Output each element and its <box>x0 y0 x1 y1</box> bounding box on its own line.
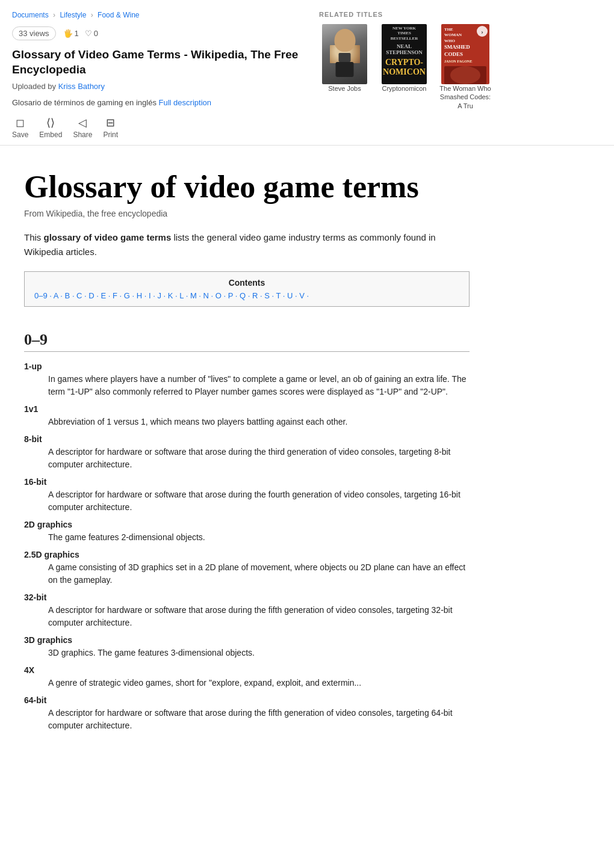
term-name-2d[interactable]: 2D graphics <box>24 520 470 529</box>
article-subtitle: From Wikipedia, the free encyclopedia <box>24 209 470 218</box>
book-cryptonomicon[interactable]: NEW YORK TIMES BESTSELLER NEAL STEPHENSO… <box>379 24 430 93</box>
views-badge: 33 views <box>12 26 56 40</box>
book-cover-smashed-codes: THE WOMAN WHO SMASHED CODES JASON FAGONE… <box>441 24 489 84</box>
save-action[interactable]: ◻ Save <box>12 116 28 139</box>
term-name-4x[interactable]: 4X <box>24 665 470 675</box>
comment-icon: ♡ <box>85 29 92 38</box>
book-title-steve-jobs: Steve Jobs <box>328 84 361 93</box>
article-intro: This glossary of video game terms lists … <box>24 230 470 259</box>
term-def-3d: 3D graphics. The game features 3-dimensi… <box>48 647 470 659</box>
term-def-1v1: Abbreviation of 1 versus 1, which means … <box>48 416 470 428</box>
term-entry-32bit: 32-bit A descriptor for hardware or soft… <box>24 593 470 629</box>
comments-count: 0 <box>94 29 98 38</box>
top-panel: Documents › Lifestyle › Food & Wine 33 v… <box>0 0 614 146</box>
share-label: Share <box>73 131 92 139</box>
chevron-right-icon: › <box>477 26 488 37</box>
action-bar: ◻ Save ⟨⟩ Embed ◁ Share ⊟ Print <box>12 116 301 139</box>
book-title-cryptonomicon: Cryptonomicon <box>382 84 427 93</box>
term-def-64bit: A descriptor for hardware or software th… <box>48 707 470 732</box>
related-label: RELATED TITLES <box>319 11 602 18</box>
term-name-16bit[interactable]: 16-bit <box>24 477 470 487</box>
term-name-32bit[interactable]: 32-bit <box>24 593 470 602</box>
term-def-8bit: A descriptor for hardware or software th… <box>48 446 470 471</box>
term-def-16bit: A descriptor for hardware or software th… <box>48 488 470 514</box>
term-entry-8bit: 8-bit A descriptor for hardware or softw… <box>24 434 470 471</box>
term-entry-64bit: 64-bit A descriptor for hardware or soft… <box>24 695 470 732</box>
breadcrumb-documents[interactable]: Documents <box>12 11 49 19</box>
description: Glosario de términos de gaming en inglés… <box>12 97 301 109</box>
book-title-smashed-codes: The Woman Who Smashed Codes: A Tru <box>438 84 492 110</box>
term-entry-1up: 1-up In games where players have a numbe… <box>24 362 470 398</box>
breadcrumb-sep-1: › <box>53 11 55 19</box>
print-label: Print <box>103 131 118 139</box>
contents-links[interactable]: 0–9 · A · B · C · D · E · F · G · H · I … <box>34 291 459 300</box>
main-content: Glossary of video game terms From Wikipe… <box>0 146 494 762</box>
likes-count: 1 <box>75 29 79 38</box>
term-entry-25d: 2.5D graphics A game consisting of 3D gr… <box>24 550 470 586</box>
stats-actions: 🖐 1 ♡ 0 <box>63 29 98 38</box>
section-heading-09: 0–9 <box>24 331 470 352</box>
term-name-64bit[interactable]: 64-bit <box>24 695 470 705</box>
uploader-name[interactable]: Kriss Bathory <box>58 82 105 91</box>
breadcrumb-lifestyle[interactable]: Lifestyle <box>60 11 86 19</box>
article-title: Glossary of video game terms <box>24 170 470 204</box>
term-name-1up[interactable]: 1-up <box>24 362 470 371</box>
uploader: Uploaded by Kriss Bathory <box>12 82 301 91</box>
related-books: Steve Jobs NEW YORK TIMES BESTSELLER NEA… <box>319 24 602 110</box>
term-def-2d: The game features 2-dimensional objects. <box>48 531 470 544</box>
right-panel: RELATED TITLES <box>319 11 602 139</box>
share-icon: ◁ <box>78 116 87 129</box>
term-entry-3d: 3D graphics 3D graphics. The game featur… <box>24 635 470 659</box>
description-text: Glosario de términos de gaming en inglés <box>12 98 157 107</box>
likes-stat[interactable]: 🖐 1 <box>63 29 79 38</box>
book-smashed-codes[interactable]: THE WOMAN WHO SMASHED CODES JASON FAGONE… <box>438 24 492 110</box>
term-name-25d[interactable]: 2.5D graphics <box>24 550 470 559</box>
embed-icon: ⟨⟩ <box>46 116 55 129</box>
term-def-32bit: A descriptor for hardware or software th… <box>48 604 470 629</box>
term-def-4x: A genre of strategic video games, short … <box>48 677 470 689</box>
term-entry-2d: 2D graphics The game features 2-dimensio… <box>24 520 470 544</box>
save-icon: ◻ <box>16 116 25 129</box>
term-name-3d[interactable]: 3D graphics <box>24 635 470 645</box>
book-cover-cryptonomicon: NEW YORK TIMES BESTSELLER NEAL STEPHENSO… <box>382 24 427 84</box>
print-icon: ⊟ <box>106 116 115 129</box>
term-def-1up: In games where players have a number of … <box>48 373 470 398</box>
uploader-prefix: Uploaded by <box>12 82 56 91</box>
book-steve-jobs[interactable]: Steve Jobs <box>319 24 370 93</box>
term-entry-16bit: 16-bit A descriptor for hardware or soft… <box>24 477 470 514</box>
doc-title: Glossary of Video Game Terms - Wikipedia… <box>12 48 301 77</box>
full-description-link[interactable]: Full description <box>159 98 211 107</box>
breadcrumb: Documents › Lifestyle › Food & Wine <box>12 11 301 19</box>
term-name-1v1[interactable]: 1v1 <box>24 404 470 414</box>
contents-box: Contents 0–9 · A · B · C · D · E · F · G… <box>24 271 470 307</box>
contents-title: Contents <box>34 278 459 288</box>
save-label: Save <box>12 131 28 139</box>
term-entry-4x: 4X A genre of strategic video games, sho… <box>24 665 470 689</box>
comments-stat[interactable]: ♡ 0 <box>85 29 98 38</box>
book-cover-steve-jobs <box>322 24 367 84</box>
print-action[interactable]: ⊟ Print <box>103 116 118 139</box>
share-action[interactable]: ◁ Share <box>73 116 92 139</box>
embed-action[interactable]: ⟨⟩ Embed <box>39 116 62 139</box>
breadcrumb-food-wine[interactable]: Food & Wine <box>98 11 139 19</box>
term-name-8bit[interactable]: 8-bit <box>24 434 470 444</box>
term-entry-1v1: 1v1 Abbreviation of 1 versus 1, which me… <box>24 404 470 428</box>
embed-label: Embed <box>39 131 62 139</box>
like-icon: 🖐 <box>63 29 73 38</box>
term-def-25d: A game consisting of 3D graphics set in … <box>48 561 470 586</box>
breadcrumb-sep-2: › <box>91 11 93 19</box>
stats-row: 33 views 🖐 1 ♡ 0 <box>12 26 301 40</box>
left-panel: Documents › Lifestyle › Food & Wine 33 v… <box>12 11 301 139</box>
